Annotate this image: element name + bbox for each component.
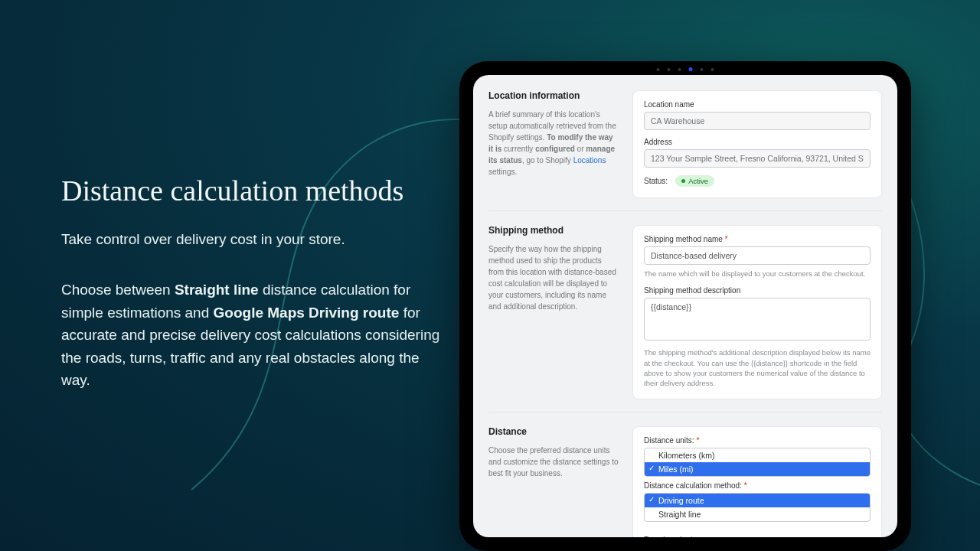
travel-mode-label: Travel mode: *	[644, 536, 871, 537]
location-info-desc: A brief summary of this location's setup…	[488, 109, 619, 178]
marketing-subtitle: Take control over delivery cost in your …	[61, 230, 444, 250]
location-name-label: Location name	[644, 100, 871, 109]
units-option-mi[interactable]: Miles (mi)	[645, 462, 870, 476]
distance-units-select[interactable]: Kilometers (km) Miles (mi)	[644, 448, 871, 477]
method-option-driving-route[interactable]: Driving route	[645, 494, 870, 507]
address-input	[644, 149, 871, 168]
section-location-info: Location information A brief summary of …	[488, 90, 882, 211]
locations-link[interactable]: Locations	[573, 156, 606, 165]
distance-desc: Choose the preferred distance units and …	[488, 445, 619, 479]
shipping-desc-label: Shipping method description	[644, 286, 871, 295]
location-name-input	[644, 112, 871, 130]
calc-method-select[interactable]: Driving route Straight line	[644, 493, 871, 522]
marketing-title: Distance calculation methods	[61, 174, 444, 208]
section-shipping-method: Shipping method Specify the way how the …	[488, 225, 882, 412]
status-label: Status:	[644, 177, 668, 185]
tablet-notch	[657, 67, 714, 71]
marketing-body: Choose between Straight line distance ca…	[61, 279, 444, 391]
app-screen: Location information A brief summary of …	[473, 75, 897, 537]
method-option-straight-line[interactable]: Straight line	[645, 507, 870, 521]
location-info-title: Location information	[488, 90, 619, 101]
status-badge: Active	[675, 175, 714, 187]
units-option-km[interactable]: Kilometers (km)	[645, 448, 870, 462]
shipping-name-input[interactable]	[644, 246, 871, 265]
distance-units-label: Distance units: *	[644, 436, 871, 445]
tablet-frame: Location information A brief summary of …	[459, 61, 911, 551]
shipping-method-title: Shipping method	[488, 225, 619, 236]
calc-method-label: Distance calculation method: *	[644, 481, 871, 490]
shipping-desc-input[interactable]	[644, 298, 871, 341]
distance-title: Distance	[488, 426, 619, 437]
address-label: Address	[644, 138, 871, 146]
section-distance: Distance Choose the preferred distance u…	[488, 426, 882, 537]
shipping-name-help: The name which will be displayed to your…	[644, 269, 871, 279]
shipping-desc-help: The shipping method's additional descrip…	[644, 347, 871, 388]
marketing-copy: Distance calculation methods Take contro…	[61, 174, 444, 391]
shipping-name-label: Shipping method name *	[644, 235, 871, 243]
shipping-method-desc: Specify the way how the shipping method …	[488, 243, 619, 312]
